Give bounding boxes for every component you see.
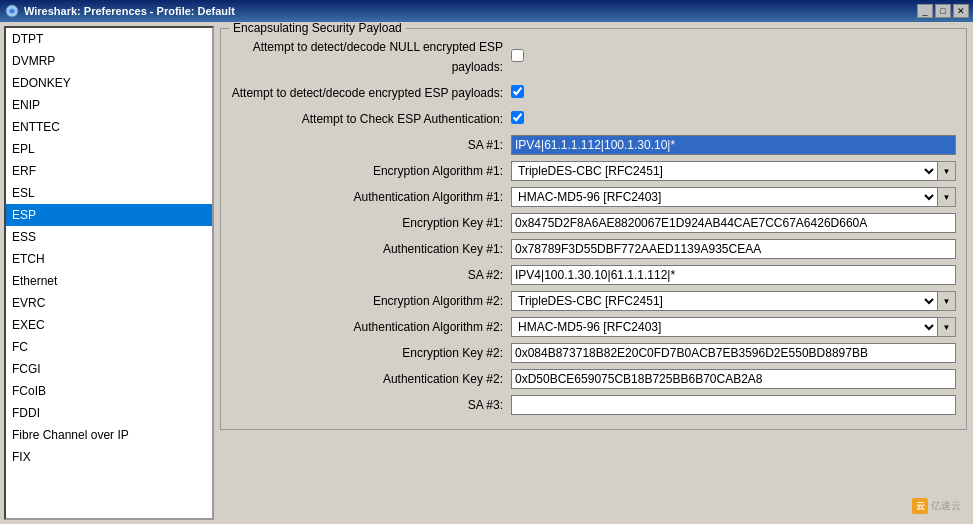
sidebar[interactable]: DTPT DVMRP EDONKEY ENIP ENTTEC EPL ERF E…: [4, 26, 214, 520]
sidebar-item-esp[interactable]: ESP: [6, 204, 212, 226]
sidebar-item-erf[interactable]: ERF: [6, 160, 212, 182]
control-enc-algo-2: TripleDES-CBC [RFC2451] ▼: [511, 291, 956, 311]
label-enc-algo-1: Encryption Algorithm #1:: [231, 161, 511, 181]
watermark: 云 亿速云: [912, 498, 961, 514]
label-auth-key-1: Authentication Key #1:: [231, 239, 511, 259]
control-check-auth: [511, 111, 956, 127]
minimize-button[interactable]: _: [917, 4, 933, 18]
title-bar-buttons: _ □ ✕: [917, 4, 969, 18]
dropdown-enc-algo-1: TripleDES-CBC [RFC2451] ▼: [511, 161, 956, 181]
dropdown-btn-enc-algo-2[interactable]: ▼: [938, 291, 956, 311]
select-auth-algo-1[interactable]: HMAC-MD5-96 [RFC2403]: [511, 187, 938, 207]
input-enc-key-1[interactable]: [511, 213, 956, 233]
control-enc-key-2: [511, 343, 956, 363]
sidebar-item-fcgi[interactable]: FCGI: [6, 358, 212, 380]
checkbox-encrypted-esp[interactable]: [511, 85, 524, 98]
control-sa1: [511, 135, 956, 155]
sidebar-item-ethernet[interactable]: Ethernet: [6, 270, 212, 292]
dropdown-btn-auth-algo-2[interactable]: ▼: [938, 317, 956, 337]
form-row-auth-algo-2: Authentication Algorithm #2: HMAC-MD5-96…: [231, 317, 956, 337]
content-wrapper: Encapsulating Security Payload Attempt t…: [220, 28, 967, 518]
form-row-auth-algo-1: Authentication Algorithm #1: HMAC-MD5-96…: [231, 187, 956, 207]
form-row-enc-algo-1: Encryption Algorithm #1: TripleDES-CBC […: [231, 161, 956, 181]
input-sa2[interactable]: [511, 265, 956, 285]
label-sa3: SA #3:: [231, 395, 511, 415]
close-button[interactable]: ✕: [953, 4, 969, 18]
form-row-enc-key-2: Encryption Key #2:: [231, 343, 956, 363]
control-auth-algo-1: HMAC-MD5-96 [RFC2403] ▼: [511, 187, 956, 207]
dropdown-btn-enc-algo-1[interactable]: ▼: [938, 161, 956, 181]
sidebar-item-fix[interactable]: FIX: [6, 446, 212, 468]
control-encrypted-esp: [511, 85, 956, 101]
form-row-enc-algo-2: Encryption Algorithm #2: TripleDES-CBC […: [231, 291, 956, 311]
main-container: DTPT DVMRP EDONKEY ENIP ENTTEC EPL ERF E…: [0, 22, 973, 524]
select-auth-algo-2[interactable]: HMAC-MD5-96 [RFC2403]: [511, 317, 938, 337]
form-row-sa3: SA #3:: [231, 395, 956, 415]
title-bar-left: Wireshark: Preferences - Profile: Defaul…: [4, 3, 235, 19]
dropdown-btn-auth-algo-1[interactable]: ▼: [938, 187, 956, 207]
title-bar-title: Wireshark: Preferences - Profile: Defaul…: [24, 5, 235, 17]
sidebar-item-epl[interactable]: EPL: [6, 138, 212, 160]
control-sa2: [511, 265, 956, 285]
control-enc-key-1: [511, 213, 956, 233]
select-enc-algo-1[interactable]: TripleDES-CBC [RFC2451]: [511, 161, 938, 181]
sidebar-item-ess[interactable]: ESS: [6, 226, 212, 248]
sidebar-item-esl[interactable]: ESL: [6, 182, 212, 204]
sidebar-item-evrc[interactable]: EVRC: [6, 292, 212, 314]
input-sa3[interactable]: [511, 395, 956, 415]
control-null-esp: [511, 49, 956, 65]
sidebar-item-fibre-channel[interactable]: Fibre Channel over IP: [6, 424, 212, 446]
sidebar-item-dvmrp[interactable]: DVMRP: [6, 50, 212, 72]
sidebar-item-exec[interactable]: EXEC: [6, 314, 212, 336]
sidebar-item-fcoib[interactable]: FCoIB: [6, 380, 212, 402]
form-row-sa1: SA #1:: [231, 135, 956, 155]
watermark-icon: 云: [912, 498, 928, 514]
form-row-auth-key-2: Authentication Key #2:: [231, 369, 956, 389]
form-row-enc-key-1: Encryption Key #1:: [231, 213, 956, 233]
label-sa1: SA #1:: [231, 135, 511, 155]
dropdown-auth-algo-2: HMAC-MD5-96 [RFC2403] ▼: [511, 317, 956, 337]
sidebar-item-fddi[interactable]: FDDI: [6, 402, 212, 424]
input-enc-key-2[interactable]: [511, 343, 956, 363]
input-sa1[interactable]: [511, 135, 956, 155]
dropdown-auth-algo-1: HMAC-MD5-96 [RFC2403] ▼: [511, 187, 956, 207]
checkbox-check-auth[interactable]: [511, 111, 524, 124]
select-enc-algo-2[interactable]: TripleDES-CBC [RFC2451]: [511, 291, 938, 311]
label-auth-key-2: Authentication Key #2:: [231, 369, 511, 389]
form-row-encrypted-esp: Attempt to detect/decode encrypted ESP p…: [231, 83, 956, 103]
group-box-title: Encapsulating Security Payload: [229, 22, 406, 35]
sidebar-item-etch[interactable]: ETCH: [6, 248, 212, 270]
label-auth-algo-1: Authentication Algorithm #1:: [231, 187, 511, 207]
control-auth-key-2: [511, 369, 956, 389]
control-enc-algo-1: TripleDES-CBC [RFC2451] ▼: [511, 161, 956, 181]
sidebar-item-edonkey[interactable]: EDONKEY: [6, 72, 212, 94]
form-row-null-esp: Attempt to detect/decode NULL encrypted …: [231, 37, 956, 77]
control-auth-key-1: [511, 239, 956, 259]
label-null-esp: Attempt to detect/decode NULL encrypted …: [231, 37, 511, 77]
form-row-sa2: SA #2:: [231, 265, 956, 285]
form-row-check-auth: Attempt to Check ESP Authentication:: [231, 109, 956, 129]
label-encrypted-esp: Attempt to detect/decode encrypted ESP p…: [231, 83, 511, 103]
control-sa3: [511, 395, 956, 415]
label-auth-algo-2: Authentication Algorithm #2:: [231, 317, 511, 337]
label-enc-key-1: Encryption Key #1:: [231, 213, 511, 233]
checkbox-null-esp[interactable]: [511, 49, 524, 62]
dropdown-enc-algo-2: TripleDES-CBC [RFC2451] ▼: [511, 291, 956, 311]
watermark-text: 亿速云: [931, 499, 961, 513]
form-row-auth-key-1: Authentication Key #1:: [231, 239, 956, 259]
control-auth-algo-2: HMAC-MD5-96 [RFC2403] ▼: [511, 317, 956, 337]
label-enc-key-2: Encryption Key #2:: [231, 343, 511, 363]
maximize-button[interactable]: □: [935, 4, 951, 18]
content-area: Encapsulating Security Payload Attempt t…: [214, 22, 973, 524]
sidebar-item-fc[interactable]: FC: [6, 336, 212, 358]
sidebar-item-enttec[interactable]: ENTTEC: [6, 116, 212, 138]
app-icon: [4, 3, 20, 19]
sidebar-item-enip[interactable]: ENIP: [6, 94, 212, 116]
input-auth-key-2[interactable]: [511, 369, 956, 389]
esp-group-box: Encapsulating Security Payload Attempt t…: [220, 28, 967, 430]
sidebar-item-dtpt[interactable]: DTPT: [6, 28, 212, 50]
label-enc-algo-2: Encryption Algorithm #2:: [231, 291, 511, 311]
label-sa2: SA #2:: [231, 265, 511, 285]
input-auth-key-1[interactable]: [511, 239, 956, 259]
label-check-auth: Attempt to Check ESP Authentication:: [231, 109, 511, 129]
